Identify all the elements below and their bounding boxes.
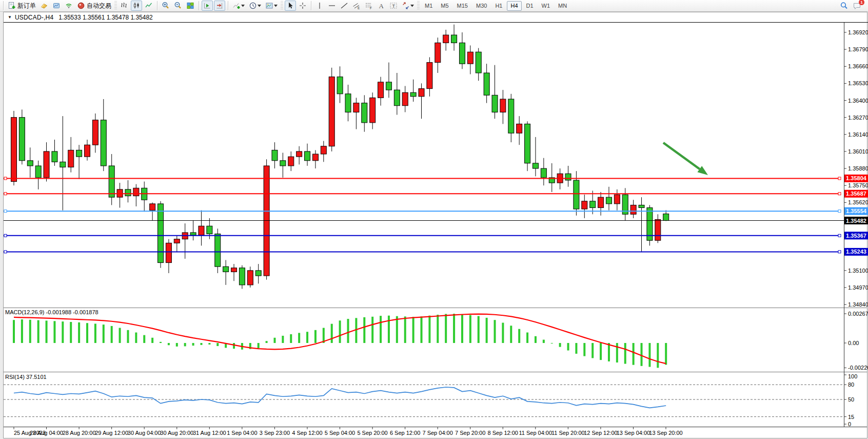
periods-button[interactable] — [247, 1, 263, 11]
indicators-button[interactable] — [231, 1, 246, 11]
arrows-icon — [402, 2, 410, 10]
rsi-label: RSI(14) 37.5101 — [5, 374, 47, 380]
horizontal-line-button[interactable] — [326, 1, 338, 11]
svg-text:80: 80 — [848, 381, 854, 388]
svg-text:0.00: 0.00 — [848, 340, 859, 346]
timeframe-h4[interactable]: H4 — [507, 1, 521, 11]
horizontal-line-icon — [328, 2, 336, 10]
svg-text:6 Sep 12:00: 6 Sep 12:00 — [390, 430, 420, 436]
line-chart-icon — [145, 2, 153, 10]
svg-text:31 Aug 12:00: 31 Aug 12:00 — [193, 430, 226, 436]
svg-text:1.35880: 1.35880 — [848, 165, 868, 171]
data-window-button[interactable] — [51, 1, 62, 11]
indicators-icon — [232, 2, 241, 10]
svg-text:1.35554: 1.35554 — [846, 208, 867, 214]
svg-text:7 Sep 20:00: 7 Sep 20:00 — [455, 430, 485, 436]
svg-text:1.35750: 1.35750 — [848, 182, 868, 188]
timeframe-m5[interactable]: M5 — [437, 1, 452, 11]
trendline-button[interactable] — [339, 1, 350, 11]
fibonacci-button[interactable]: F — [363, 1, 374, 11]
dropdown-caret-icon — [241, 5, 245, 7]
signal-icon — [65, 2, 73, 10]
new-order-button[interactable]: 新订单 — [6, 1, 37, 11]
svg-text:F: F — [370, 6, 372, 10]
notifications-button[interactable]: 1 — [851, 1, 863, 11]
search-button[interactable] — [838, 1, 850, 11]
chart-shift-icon — [215, 2, 224, 10]
toolbar-separator — [311, 1, 311, 10]
text-label-button[interactable]: T — [388, 1, 399, 11]
svg-text:15: 15 — [848, 414, 854, 420]
timeframe-m30[interactable]: M30 — [472, 1, 490, 11]
channel-icon: E — [352, 2, 361, 10]
svg-text:28 Aug 04:00: 28 Aug 04:00 — [30, 430, 63, 436]
toolbar-separator — [3, 1, 4, 10]
timeframe-d1[interactable]: D1 — [523, 1, 537, 11]
line-chart-button[interactable] — [143, 1, 154, 11]
svg-text:28 Aug 20:00: 28 Aug 20:00 — [63, 430, 96, 436]
svg-text:7 Sep 04:00: 7 Sep 04:00 — [422, 430, 452, 436]
svg-text:1.35804: 1.35804 — [846, 175, 867, 181]
svg-text:1.35482: 1.35482 — [846, 218, 866, 224]
new-order-label: 新订单 — [17, 2, 36, 10]
svg-text:5 Sep 04:00: 5 Sep 04:00 — [325, 430, 355, 436]
timeframe-m1[interactable]: M1 — [421, 1, 436, 11]
svg-text:50: 50 — [848, 396, 854, 403]
svg-text:1.36920: 1.36920 — [848, 29, 868, 35]
notification-badge: 1 — [859, 0, 864, 5]
chart-ohlc-values: 1.35533 1.35561 1.35478 1.35482 — [58, 14, 153, 21]
svg-text:12 Sep 12:00: 12 Sep 12:00 — [584, 430, 617, 436]
timeframe-m15[interactable]: M15 — [453, 1, 471, 11]
svg-text:8 Sep 12:00: 8 Sep 12:00 — [488, 430, 518, 436]
svg-text:1.34970: 1.34970 — [848, 284, 868, 291]
chart-shift-button[interactable] — [214, 1, 225, 11]
svg-text:1.34840: 1.34840 — [848, 301, 868, 308]
text-button[interactable]: A — [376, 1, 387, 11]
text-icon: A — [377, 2, 385, 10]
tile-windows-button[interactable] — [185, 1, 196, 11]
search-icon — [840, 2, 849, 10]
zoom-in-button[interactable] — [160, 1, 171, 11]
autotrading-icon — [77, 2, 85, 10]
signals-button[interactable] — [63, 1, 74, 11]
arrows-button[interactable] — [400, 1, 416, 11]
templates-button[interactable] — [264, 1, 279, 11]
svg-text:100: 100 — [848, 373, 857, 379]
timeframe-mn[interactable]: MN — [555, 1, 570, 11]
chart-symbol-period: USDCAD-,H4 — [15, 14, 53, 21]
bar-chart-icon — [120, 2, 128, 10]
channel-button[interactable]: E — [351, 1, 362, 11]
svg-text:1.35687: 1.35687 — [846, 190, 866, 197]
svg-text:1 Sep 04:00: 1 Sep 04:00 — [227, 430, 257, 436]
cursor-button[interactable] — [285, 1, 296, 11]
chart-title-bar: ▼ USDCAD-,H4 1.35533 1.35561 1.35478 1.3… — [4, 12, 867, 23]
auto-scroll-icon — [203, 2, 211, 10]
chart-menu-arrow-icon[interactable]: ▼ — [8, 15, 12, 20]
fibonacci-icon: F — [365, 2, 373, 10]
crosshair-icon — [299, 2, 307, 10]
toolbar: 新订单 自动交易 — [0, 0, 868, 12]
zoom-out-button[interactable] — [172, 1, 184, 11]
vertical-line-button[interactable] — [314, 1, 325, 11]
crosshair-button[interactable] — [297, 1, 308, 11]
chart-canvas[interactable]: 1.369201.367901.366601.365301.364001.362… — [0, 0, 868, 439]
svg-text:1.35243: 1.35243 — [846, 249, 866, 255]
svg-text:-0.002265: -0.002265 — [848, 365, 868, 371]
bar-chart-button[interactable] — [119, 1, 130, 11]
svg-text:4 Sep 12:00: 4 Sep 12:00 — [292, 430, 322, 436]
auto-scroll-button[interactable] — [202, 1, 213, 11]
timeframe-group: M1M5M15M30H1H4D1W1MN — [421, 1, 571, 11]
timeframe-w1[interactable]: W1 — [538, 1, 554, 11]
text-label-icon: T — [389, 2, 398, 10]
toolbar-grip — [114, 1, 117, 10]
svg-text:13 Sep 20:00: 13 Sep 20:00 — [649, 430, 682, 436]
toolbar-separator — [199, 1, 199, 10]
svg-text:3 Sep 23:00: 3 Sep 23:00 — [260, 430, 290, 436]
svg-text:1.36530: 1.36530 — [848, 80, 868, 86]
candlestick-chart-button[interactable] — [131, 1, 142, 11]
autotrading-button[interactable]: 自动交易 — [75, 1, 113, 11]
svg-text:1.35367: 1.35367 — [846, 233, 866, 239]
timeframe-h1[interactable]: H1 — [491, 1, 506, 11]
market-watch-button[interactable] — [38, 1, 50, 11]
toolbar-right-group: 1 — [838, 1, 865, 11]
